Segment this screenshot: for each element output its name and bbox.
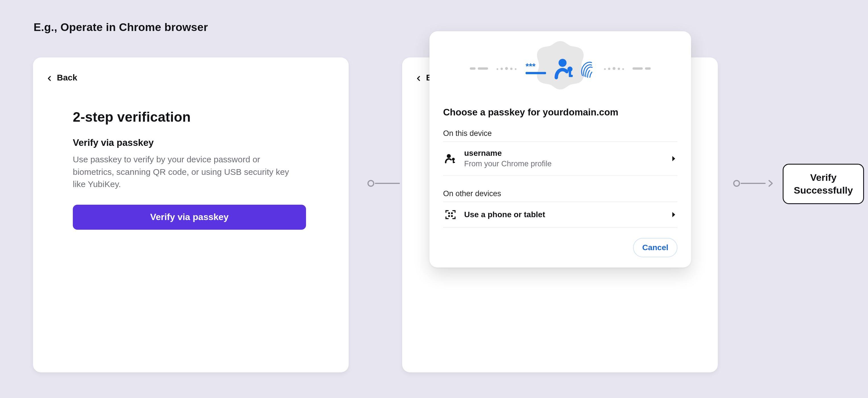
fingerprint-icon <box>580 59 595 78</box>
user-key-small-icon <box>445 153 456 164</box>
page-title: 2-step verification <box>73 109 309 125</box>
dialog-title: Choose a passkey for yourdomain.com <box>443 107 677 118</box>
hero-dashes-right <box>632 67 651 70</box>
svg-rect-1 <box>526 72 546 74</box>
cta-label: Verify via passkey <box>150 212 229 222</box>
back-label: Back <box>57 73 78 82</box>
dialog-hero: *** <box>443 41 677 96</box>
section-subtitle: Verify via passkey <box>73 137 309 148</box>
chevron-left-icon <box>46 74 53 81</box>
passkey-row-profile[interactable]: username From your Chrome profile <box>443 141 677 176</box>
flow-arrow-2 <box>733 179 775 188</box>
qr-scan-icon <box>445 209 456 220</box>
dialog-title-domain: yourdomain.com <box>542 107 618 118</box>
svg-point-2 <box>559 59 566 67</box>
card-2fa: Back 2-step verification Verify via pass… <box>33 58 349 372</box>
result-line2: Successfully <box>790 185 856 196</box>
cancel-button[interactable]: Cancel <box>633 238 677 257</box>
svg-marker-10 <box>672 156 675 161</box>
verify-via-passkey-button[interactable]: Verify via passkey <box>73 205 306 230</box>
cancel-label: Cancel <box>642 243 668 252</box>
diagram-canvas: E.g., Operate in Chrome browser Back 2-s… <box>0 0 868 398</box>
svg-rect-11 <box>448 212 450 214</box>
svg-marker-15 <box>672 212 675 217</box>
result-line1: Verify <box>790 172 856 183</box>
svg-rect-14 <box>451 215 453 217</box>
chevron-right-icon <box>672 156 676 162</box>
passkey-username: username <box>464 149 664 158</box>
diagram-caption: E.g., Operate in Chrome browser <box>34 21 208 34</box>
chevron-left-icon <box>415 74 422 81</box>
svg-text:***: *** <box>526 61 535 71</box>
passkey-dialog: *** Choose a passkey for yourdomain.com … <box>429 31 691 267</box>
hero-dots-right <box>604 67 624 70</box>
arrow-origin-circle <box>733 180 740 187</box>
password-asterisks-icon: *** <box>525 61 550 76</box>
chevron-right-icon <box>672 212 676 218</box>
result-box: Verify Successfully <box>783 164 864 204</box>
svg-rect-5 <box>569 75 573 77</box>
section-description: Use passkey to verify by your device pas… <box>73 153 294 191</box>
user-key-icon <box>555 58 575 79</box>
passkey-source: From your Chrome profile <box>464 160 664 168</box>
hero-dashes-left <box>470 67 488 70</box>
back-button[interactable]: Back <box>33 58 90 82</box>
section-this-device: On this device <box>443 129 677 138</box>
svg-rect-9 <box>453 162 455 163</box>
section-other-devices: On other devices <box>443 189 677 198</box>
svg-point-6 <box>447 154 451 158</box>
svg-rect-13 <box>448 215 450 217</box>
svg-rect-12 <box>451 212 453 214</box>
hero-icons: *** <box>525 58 595 79</box>
arrow-head-icon <box>766 179 775 188</box>
hero-dots-left <box>497 67 517 70</box>
passkey-row-other-device[interactable]: Use a phone or tablet <box>443 202 677 228</box>
arrow-origin-circle <box>367 180 374 187</box>
other-device-label: Use a phone or tablet <box>464 210 664 219</box>
dialog-title-prefix: Choose a passkey for <box>443 107 542 118</box>
